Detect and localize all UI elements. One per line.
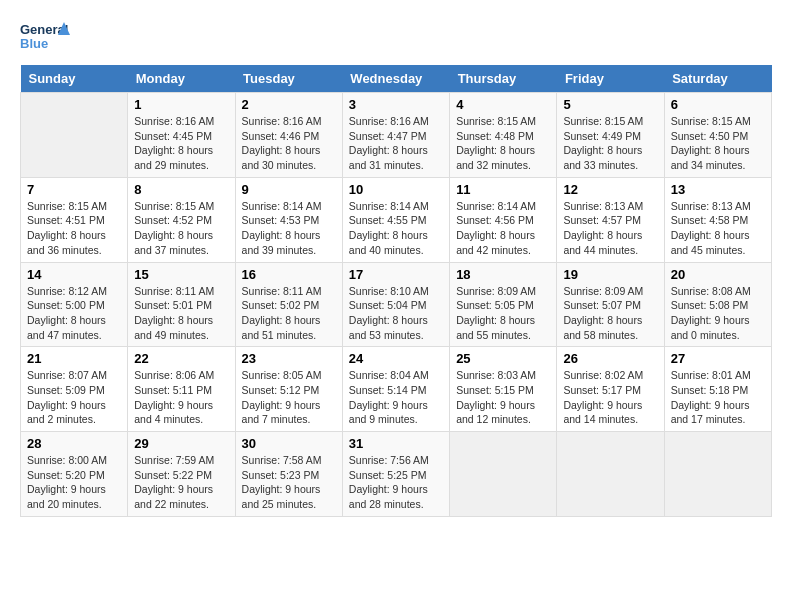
calendar-cell: 28 Sunrise: 8:00 AMSunset: 5:20 PMDaylig…: [21, 432, 128, 517]
calendar-cell: 9 Sunrise: 8:14 AMSunset: 4:53 PMDayligh…: [235, 177, 342, 262]
day-number: 16: [242, 267, 336, 282]
day-number: 4: [456, 97, 550, 112]
day-info: Sunrise: 8:13 AMSunset: 4:58 PMDaylight:…: [671, 199, 765, 258]
day-number: 5: [563, 97, 657, 112]
calendar-cell: 15 Sunrise: 8:11 AMSunset: 5:01 PMDaylig…: [128, 262, 235, 347]
calendar-week-row: 7 Sunrise: 8:15 AMSunset: 4:51 PMDayligh…: [21, 177, 772, 262]
day-number: 1: [134, 97, 228, 112]
calendar-cell: 3 Sunrise: 8:16 AMSunset: 4:47 PMDayligh…: [342, 93, 449, 178]
day-info: Sunrise: 8:12 AMSunset: 5:00 PMDaylight:…: [27, 284, 121, 343]
calendar-table: SundayMondayTuesdayWednesdayThursdayFrid…: [20, 65, 772, 517]
day-number: 11: [456, 182, 550, 197]
day-info: Sunrise: 8:16 AMSunset: 4:46 PMDaylight:…: [242, 114, 336, 173]
header-saturday: Saturday: [664, 65, 771, 93]
day-number: 21: [27, 351, 121, 366]
header-wednesday: Wednesday: [342, 65, 449, 93]
calendar-week-row: 14 Sunrise: 8:12 AMSunset: 5:00 PMDaylig…: [21, 262, 772, 347]
day-info: Sunrise: 8:14 AMSunset: 4:53 PMDaylight:…: [242, 199, 336, 258]
calendar-cell: 13 Sunrise: 8:13 AMSunset: 4:58 PMDaylig…: [664, 177, 771, 262]
day-number: 2: [242, 97, 336, 112]
day-number: 30: [242, 436, 336, 451]
calendar-cell: 16 Sunrise: 8:11 AMSunset: 5:02 PMDaylig…: [235, 262, 342, 347]
calendar-cell: 6 Sunrise: 8:15 AMSunset: 4:50 PMDayligh…: [664, 93, 771, 178]
calendar-week-row: 28 Sunrise: 8:00 AMSunset: 5:20 PMDaylig…: [21, 432, 772, 517]
calendar-cell: 30 Sunrise: 7:58 AMSunset: 5:23 PMDaylig…: [235, 432, 342, 517]
day-number: 31: [349, 436, 443, 451]
day-info: Sunrise: 8:04 AMSunset: 5:14 PMDaylight:…: [349, 368, 443, 427]
day-number: 3: [349, 97, 443, 112]
day-info: Sunrise: 8:07 AMSunset: 5:09 PMDaylight:…: [27, 368, 121, 427]
day-number: 25: [456, 351, 550, 366]
header-monday: Monday: [128, 65, 235, 93]
calendar-cell: 29 Sunrise: 7:59 AMSunset: 5:22 PMDaylig…: [128, 432, 235, 517]
day-info: Sunrise: 8:11 AMSunset: 5:01 PMDaylight:…: [134, 284, 228, 343]
header-friday: Friday: [557, 65, 664, 93]
page-header: General Blue: [20, 20, 772, 55]
day-info: Sunrise: 8:15 AMSunset: 4:49 PMDaylight:…: [563, 114, 657, 173]
day-info: Sunrise: 7:58 AMSunset: 5:23 PMDaylight:…: [242, 453, 336, 512]
calendar-cell: 7 Sunrise: 8:15 AMSunset: 4:51 PMDayligh…: [21, 177, 128, 262]
day-info: Sunrise: 8:06 AMSunset: 5:11 PMDaylight:…: [134, 368, 228, 427]
day-number: 23: [242, 351, 336, 366]
day-info: Sunrise: 7:59 AMSunset: 5:22 PMDaylight:…: [134, 453, 228, 512]
day-number: 26: [563, 351, 657, 366]
day-number: 19: [563, 267, 657, 282]
day-info: Sunrise: 8:15 AMSunset: 4:52 PMDaylight:…: [134, 199, 228, 258]
day-info: Sunrise: 8:13 AMSunset: 4:57 PMDaylight:…: [563, 199, 657, 258]
calendar-cell: 25 Sunrise: 8:03 AMSunset: 5:15 PMDaylig…: [450, 347, 557, 432]
calendar-cell: 20 Sunrise: 8:08 AMSunset: 5:08 PMDaylig…: [664, 262, 771, 347]
day-info: Sunrise: 8:15 AMSunset: 4:50 PMDaylight:…: [671, 114, 765, 173]
day-info: Sunrise: 8:16 AMSunset: 4:47 PMDaylight:…: [349, 114, 443, 173]
svg-text:Blue: Blue: [20, 36, 48, 51]
day-info: Sunrise: 8:05 AMSunset: 5:12 PMDaylight:…: [242, 368, 336, 427]
day-number: 17: [349, 267, 443, 282]
day-info: Sunrise: 8:15 AMSunset: 4:48 PMDaylight:…: [456, 114, 550, 173]
day-info: Sunrise: 8:01 AMSunset: 5:18 PMDaylight:…: [671, 368, 765, 427]
day-info: Sunrise: 8:16 AMSunset: 4:45 PMDaylight:…: [134, 114, 228, 173]
day-info: Sunrise: 8:08 AMSunset: 5:08 PMDaylight:…: [671, 284, 765, 343]
day-info: Sunrise: 8:00 AMSunset: 5:20 PMDaylight:…: [27, 453, 121, 512]
day-number: 13: [671, 182, 765, 197]
day-number: 9: [242, 182, 336, 197]
day-info: Sunrise: 8:11 AMSunset: 5:02 PMDaylight:…: [242, 284, 336, 343]
calendar-cell: 4 Sunrise: 8:15 AMSunset: 4:48 PMDayligh…: [450, 93, 557, 178]
calendar-week-row: 1 Sunrise: 8:16 AMSunset: 4:45 PMDayligh…: [21, 93, 772, 178]
day-number: 28: [27, 436, 121, 451]
calendar-week-row: 21 Sunrise: 8:07 AMSunset: 5:09 PMDaylig…: [21, 347, 772, 432]
calendar-header-row: SundayMondayTuesdayWednesdayThursdayFrid…: [21, 65, 772, 93]
day-number: 18: [456, 267, 550, 282]
day-info: Sunrise: 8:09 AMSunset: 5:05 PMDaylight:…: [456, 284, 550, 343]
header-thursday: Thursday: [450, 65, 557, 93]
calendar-cell: 1 Sunrise: 8:16 AMSunset: 4:45 PMDayligh…: [128, 93, 235, 178]
calendar-cell: [21, 93, 128, 178]
day-info: Sunrise: 8:10 AMSunset: 5:04 PMDaylight:…: [349, 284, 443, 343]
day-info: Sunrise: 8:14 AMSunset: 4:56 PMDaylight:…: [456, 199, 550, 258]
logo: General Blue: [20, 20, 70, 55]
day-info: Sunrise: 8:09 AMSunset: 5:07 PMDaylight:…: [563, 284, 657, 343]
day-number: 10: [349, 182, 443, 197]
day-number: 12: [563, 182, 657, 197]
calendar-cell: 18 Sunrise: 8:09 AMSunset: 5:05 PMDaylig…: [450, 262, 557, 347]
day-number: 27: [671, 351, 765, 366]
calendar-cell: 31 Sunrise: 7:56 AMSunset: 5:25 PMDaylig…: [342, 432, 449, 517]
calendar-cell: 5 Sunrise: 8:15 AMSunset: 4:49 PMDayligh…: [557, 93, 664, 178]
day-number: 22: [134, 351, 228, 366]
calendar-cell: 10 Sunrise: 8:14 AMSunset: 4:55 PMDaylig…: [342, 177, 449, 262]
calendar-cell: 26 Sunrise: 8:02 AMSunset: 5:17 PMDaylig…: [557, 347, 664, 432]
calendar-cell: 24 Sunrise: 8:04 AMSunset: 5:14 PMDaylig…: [342, 347, 449, 432]
calendar-cell: 2 Sunrise: 8:16 AMSunset: 4:46 PMDayligh…: [235, 93, 342, 178]
day-info: Sunrise: 8:14 AMSunset: 4:55 PMDaylight:…: [349, 199, 443, 258]
day-info: Sunrise: 8:03 AMSunset: 5:15 PMDaylight:…: [456, 368, 550, 427]
logo-icon: General Blue: [20, 20, 70, 55]
day-number: 6: [671, 97, 765, 112]
day-info: Sunrise: 8:02 AMSunset: 5:17 PMDaylight:…: [563, 368, 657, 427]
calendar-cell: 27 Sunrise: 8:01 AMSunset: 5:18 PMDaylig…: [664, 347, 771, 432]
calendar-cell: 21 Sunrise: 8:07 AMSunset: 5:09 PMDaylig…: [21, 347, 128, 432]
day-number: 24: [349, 351, 443, 366]
calendar-cell: [557, 432, 664, 517]
day-info: Sunrise: 8:15 AMSunset: 4:51 PMDaylight:…: [27, 199, 121, 258]
calendar-cell: 11 Sunrise: 8:14 AMSunset: 4:56 PMDaylig…: [450, 177, 557, 262]
day-info: Sunrise: 7:56 AMSunset: 5:25 PMDaylight:…: [349, 453, 443, 512]
calendar-cell: 22 Sunrise: 8:06 AMSunset: 5:11 PMDaylig…: [128, 347, 235, 432]
header-tuesday: Tuesday: [235, 65, 342, 93]
